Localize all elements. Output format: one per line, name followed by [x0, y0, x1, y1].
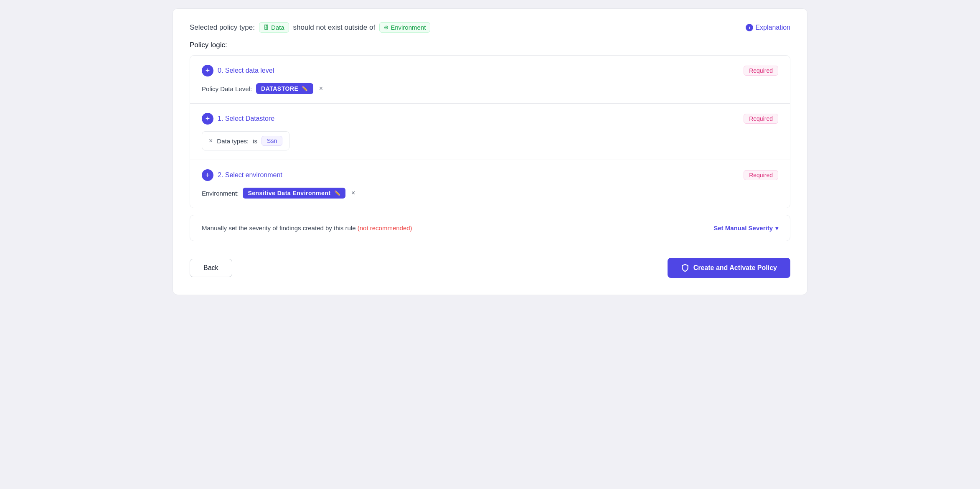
filter-row: × Data types: is Ssn [202, 131, 289, 150]
section-2-content: Environment: Sensitive Data Environment … [202, 188, 778, 199]
policy-type-row: Selected policy type: 🗄 Data should not … [190, 22, 790, 33]
section-1-header: + 1. Select Datastore Required [202, 113, 778, 125]
section-0-title-row: + 0. Select data level [202, 65, 274, 76]
info-icon: i [746, 24, 753, 31]
env-edit-icon: ✏️ [334, 190, 341, 196]
environment-badge: ⊕ Environment [379, 22, 430, 33]
section-0-header: + 0. Select data level Required [202, 65, 778, 76]
section-1-title-row: + 1. Select Datastore [202, 113, 274, 125]
section-2: + 2. Select environment Required Environ… [190, 160, 790, 208]
section-1-required: Required [744, 114, 778, 124]
severity-warn: (not recommended) [358, 224, 412, 232]
section-0-close-btn[interactable]: × [317, 84, 325, 93]
shield-icon [681, 264, 689, 272]
actions-row: Back Create and Activate Policy [190, 258, 790, 278]
sections-container: + 0. Select data level Required Policy D… [190, 55, 790, 208]
data-badge: 🗄 Data [259, 22, 289, 33]
explanation-link[interactable]: i Explanation [746, 24, 790, 31]
environment-badge-icon: ⊕ [384, 24, 388, 31]
severity-section: Manually set the severity of findings cr… [190, 215, 790, 241]
section-0-title: 0. Select data level [218, 67, 274, 74]
filter-value-chip[interactable]: Ssn [262, 136, 282, 146]
section-0-required: Required [744, 66, 778, 76]
main-container: Selected policy type: 🗄 Data should not … [173, 8, 807, 295]
environment-label: Environment: [202, 190, 239, 197]
section-1-title: 1. Select Datastore [218, 115, 274, 122]
severity-text: Manually set the severity of findings cr… [202, 224, 412, 232]
filter-op: is [253, 138, 257, 145]
filter-close-btn[interactable]: × [209, 137, 213, 145]
environment-chip[interactable]: Sensitive Data Environment ✏️ [243, 188, 345, 199]
section-2-title: 2. Select environment [218, 171, 282, 179]
create-activate-button[interactable]: Create and Activate Policy [668, 258, 790, 278]
back-button[interactable]: Back [190, 259, 232, 277]
datastore-chip[interactable]: DATASTORE ✏️ [256, 83, 313, 94]
set-severity-button[interactable]: Set Manual Severity ▾ [713, 224, 778, 232]
section-2-header: + 2. Select environment Required [202, 169, 778, 181]
section-0: + 0. Select data level Required Policy D… [190, 56, 790, 104]
policy-logic-label: Policy logic: [190, 41, 790, 49]
section-1-content: × Data types: is Ssn [202, 131, 778, 150]
edit-icon: ✏️ [302, 86, 308, 92]
section-1-plus-button[interactable]: + [202, 113, 213, 125]
data-level-label: Policy Data Level: [202, 85, 252, 92]
policy-type-left: Selected policy type: 🗄 Data should not … [190, 22, 430, 33]
section-2-close-btn[interactable]: × [350, 188, 357, 198]
section-0-content: Policy Data Level: DATASTORE ✏️ × [202, 83, 778, 94]
section-1: + 1. Select Datastore Required × Data ty… [190, 104, 790, 160]
data-badge-icon: 🗄 [264, 24, 269, 31]
section-0-plus-button[interactable]: + [202, 65, 213, 76]
section-2-plus-button[interactable]: + [202, 169, 213, 181]
chevron-down-icon: ▾ [775, 225, 778, 232]
middle-text: should not exist outside of [293, 23, 376, 32]
section-2-title-row: + 2. Select environment [202, 169, 282, 181]
selected-policy-label: Selected policy type: [190, 23, 255, 32]
filter-label: Data types: [217, 138, 249, 145]
section-2-required: Required [744, 170, 778, 180]
